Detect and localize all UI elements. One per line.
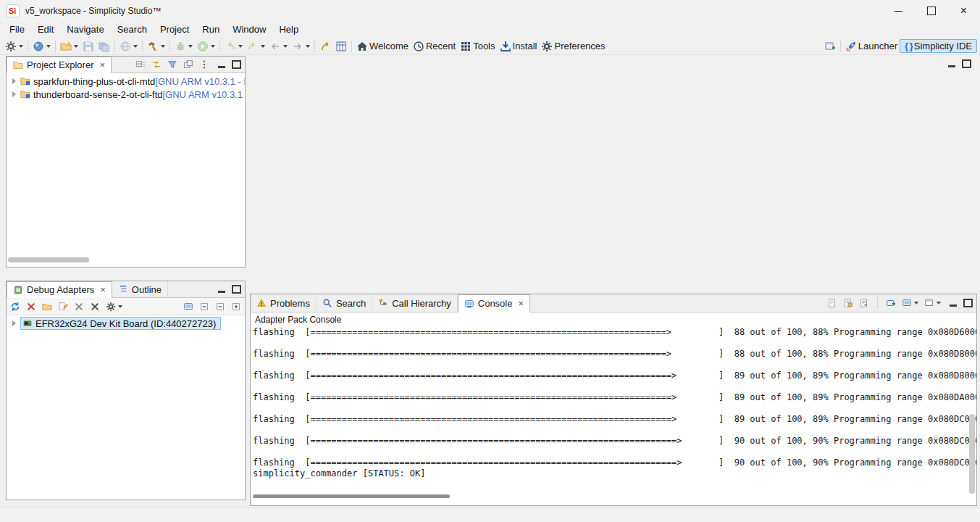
open-console-icon[interactable]	[886, 298, 896, 308]
tree-item-project-2[interactable]: thunderboard-sense-2-ot-cli-ftd [GNU ARM…	[7, 88, 245, 101]
menu-run[interactable]: Run	[196, 22, 226, 37]
run-button[interactable]	[195, 40, 217, 53]
delete-icon[interactable]	[74, 302, 84, 312]
remove-all-icon[interactable]	[90, 302, 100, 312]
maximize-view-button[interactable]	[962, 59, 971, 68]
tab-console[interactable]: Console ×	[458, 294, 530, 312]
dropdown-caret-icon[interactable]	[74, 45, 78, 48]
save-all-button[interactable]	[96, 40, 112, 53]
minimize-view-button[interactable]	[218, 66, 225, 68]
dropdown-caret-icon[interactable]	[238, 45, 243, 48]
dropdown-caret-icon[interactable]	[46, 45, 51, 48]
view-menu-icon[interactable]	[199, 59, 209, 70]
expand-all-icon[interactable]	[231, 302, 241, 312]
forward-history-button[interactable]	[245, 40, 267, 53]
build-button[interactable]	[145, 40, 167, 53]
rename-icon[interactable]	[58, 302, 68, 312]
window-maximize-button[interactable]	[915, 0, 947, 22]
minimize-view-button[interactable]	[948, 65, 955, 67]
chevron-right-icon[interactable]	[12, 78, 16, 84]
menu-navigate[interactable]: Navigate	[60, 22, 110, 37]
debug-button[interactable]	[172, 40, 195, 53]
welcome-button[interactable]: Welcome	[354, 40, 411, 53]
preferences-button[interactable]: Preferences	[539, 40, 607, 53]
tree-item-project-1[interactable]: sparkfun-thing-plus-ot-cli-mtd [GNU ARM …	[7, 75, 245, 88]
dropdown-caret-icon[interactable]	[19, 45, 23, 48]
launch-configuration-button[interactable]	[3, 40, 25, 53]
collapse-all-icon[interactable]	[135, 59, 146, 70]
menu-search[interactable]: Search	[111, 22, 154, 37]
console-vertical-scrollbar[interactable]	[968, 313, 976, 495]
run-tool-button[interactable]	[30, 40, 53, 53]
dropdown-caret-icon[interactable]	[914, 302, 918, 304]
word-wrap-icon[interactable]	[859, 298, 869, 308]
window-minimize-button[interactable]	[882, 0, 915, 22]
menu-help[interactable]: Help	[272, 22, 305, 37]
dropdown-caret-icon[interactable]	[211, 45, 215, 48]
console-output[interactable]: flashing [==============================…	[251, 326, 976, 482]
new-wizard-button[interactable]	[58, 40, 80, 53]
tab-search[interactable]: Search	[317, 294, 372, 312]
scrollbar-thumb[interactable]	[253, 494, 450, 498]
launcher-perspective-button[interactable]: Launcher	[843, 40, 900, 53]
dropdown-caret-icon[interactable]	[261, 45, 265, 48]
chevron-right-icon[interactable]	[12, 320, 16, 326]
dropdown-caret-icon[interactable]	[188, 45, 193, 48]
maximize-view-button[interactable]	[963, 299, 973, 307]
menu-edit[interactable]: Edit	[31, 22, 60, 37]
menu-file[interactable]: File	[3, 22, 31, 37]
menu-project[interactable]: Project	[154, 22, 196, 37]
adapter-settings-button[interactable]	[106, 302, 122, 312]
tab-project-explorer[interactable]: Project Explorer ×	[7, 57, 112, 73]
disconnect-icon[interactable]	[26, 302, 36, 312]
install-button[interactable]: Install	[498, 40, 540, 53]
last-edit-location-button[interactable]	[317, 40, 333, 53]
dropdown-caret-icon[interactable]	[161, 45, 165, 48]
tab-outline[interactable]: Outline	[112, 281, 168, 297]
close-icon[interactable]: ×	[99, 60, 105, 70]
save-button[interactable]	[80, 40, 96, 53]
scrollbar-thumb[interactable]	[8, 257, 89, 262]
close-icon[interactable]: ×	[518, 299, 524, 308]
tree-item-adapter[interactable]: EFR32xG24 Dev Kit Board (ID:440272723)	[7, 317, 245, 330]
maximize-view-button[interactable]	[232, 285, 241, 294]
scroll-lock-icon[interactable]	[843, 298, 853, 308]
editor-area[interactable]	[248, 56, 977, 291]
console-horizontal-scrollbar[interactable]	[253, 493, 975, 500]
window-close-button[interactable]: ×	[947, 0, 980, 22]
open-element-button[interactable]	[333, 40, 349, 53]
dropdown-caret-icon[interactable]	[283, 45, 288, 48]
refresh-icon[interactable]	[10, 302, 20, 312]
scrollbar-thumb[interactable]	[969, 414, 975, 494]
back-button[interactable]	[267, 40, 290, 53]
horizontal-scrollbar[interactable]	[8, 257, 243, 264]
open-perspective-button[interactable]	[822, 40, 838, 53]
display-console-button[interactable]	[902, 298, 918, 308]
dropdown-caret-icon[interactable]	[937, 302, 941, 304]
open-folder-icon[interactable]	[42, 302, 52, 312]
chevron-right-icon[interactable]	[12, 91, 16, 97]
filter-icon[interactable]	[167, 59, 177, 70]
forward-button[interactable]	[290, 40, 312, 53]
clear-console-icon[interactable]	[827, 298, 837, 308]
tab-problems[interactable]: Problems	[251, 294, 317, 312]
close-icon[interactable]: ×	[100, 285, 106, 294]
simplicity-ide-perspective-button[interactable]: { } Simplicity IDE	[900, 39, 977, 53]
focus-windows-icon[interactable]	[183, 59, 193, 70]
tab-debug-adapters[interactable]: Debug Adapters ×	[7, 281, 112, 298]
tab-call-hierarchy[interactable]: Call Hierarchy	[372, 294, 458, 312]
menu-window[interactable]: Window	[226, 22, 272, 37]
collapse-all-alt-icon[interactable]	[215, 302, 225, 312]
dropdown-caret-icon[interactable]	[306, 45, 310, 48]
collapse-all-icon[interactable]	[199, 302, 209, 312]
build-all-button[interactable]	[117, 40, 140, 53]
dropdown-caret-icon[interactable]	[133, 45, 138, 48]
show-console-icon[interactable]	[183, 302, 193, 312]
dropdown-caret-icon[interactable]	[118, 305, 122, 308]
link-with-editor-icon[interactable]	[151, 59, 162, 70]
selected-adapter[interactable]: EFR32xG24 Dev Kit Board (ID:440272723)	[20, 317, 221, 330]
maximize-view-button[interactable]	[232, 60, 241, 69]
tools-button[interactable]: Tools	[458, 40, 497, 53]
back-history-button[interactable]	[222, 40, 245, 53]
minimize-view-button[interactable]	[950, 304, 957, 307]
